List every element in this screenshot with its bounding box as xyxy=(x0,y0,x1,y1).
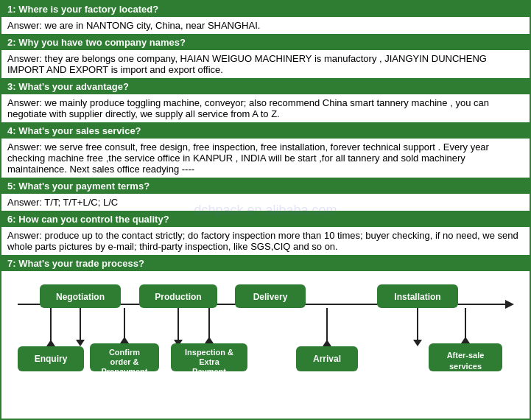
svg-text:order &: order & xyxy=(110,357,138,366)
process-svg: Negotiation Production Delivery Installa… xyxy=(10,279,522,374)
svg-marker-40 xyxy=(461,337,470,343)
question-6-header: 6: How can you control the quality? xyxy=(1,211,530,227)
answer-2-body: Answer: they are belongs one company, HA… xyxy=(1,50,530,79)
section-q2: 2: Why you have two company names? Answe… xyxy=(1,35,530,79)
svg-text:Inspection &: Inspection & xyxy=(185,348,233,357)
question-5-header: 5: What's your payment terms? xyxy=(1,178,530,194)
svg-text:Arrival: Arrival xyxy=(313,354,341,364)
svg-marker-15 xyxy=(413,340,422,346)
answer-4-body: Answer: we serve free consult, free desi… xyxy=(1,139,530,178)
section-q7: 7: What's your trade process? Negotiatio… xyxy=(1,256,530,387)
svg-text:Negotiation: Negotiation xyxy=(56,292,105,302)
svg-marker-19 xyxy=(46,340,55,346)
svg-marker-35 xyxy=(323,340,331,346)
svg-text:Delivery: Delivery xyxy=(253,292,288,302)
question-1-header: 1: Where is your factory located? xyxy=(1,1,530,17)
question-3-header: 3: What's your advantage? xyxy=(1,79,530,94)
svg-text:Payment: Payment xyxy=(192,367,226,374)
svg-marker-1 xyxy=(505,300,514,309)
svg-text:Confirm: Confirm xyxy=(109,348,140,357)
svg-marker-11 xyxy=(76,340,85,346)
question-7-header: 7: What's your trade process? xyxy=(1,256,530,271)
svg-text:After-sale: After-sale xyxy=(447,351,485,360)
section-q5: 5: What's your payment terms? Answer: T/… xyxy=(1,178,530,211)
svg-text:Production: Production xyxy=(155,292,201,302)
answer-1-body: Answer: we are in NANTONG city, China, n… xyxy=(1,17,530,35)
section-q3: 3: What's your advantage? Answer: we mai… xyxy=(1,79,530,123)
svg-text:services: services xyxy=(449,362,482,371)
answer-5-body: Answer: T/T; T/T+L/C; L/C xyxy=(1,194,530,211)
svg-marker-25 xyxy=(120,337,129,343)
svg-text:Extra: Extra xyxy=(199,357,219,366)
answer-6-body: Answer: produce up to the contact strict… xyxy=(1,227,530,256)
trade-process-diagram: Negotiation Production Delivery Installa… xyxy=(1,271,530,387)
section-q4: 4: What's your sales service? Answer: we… xyxy=(1,123,530,178)
svg-text:Enquiry: Enquiry xyxy=(35,354,68,364)
section-q1: 1: Where is your factory located? Answer… xyxy=(1,1,530,35)
svg-text:Installation: Installation xyxy=(394,292,440,302)
answer-3-body: Answer: we mainly produce toggling machi… xyxy=(1,94,530,123)
section-q6: 6: How can you control the quality? Answ… xyxy=(1,211,530,256)
svg-text:Prepayment: Prepayment xyxy=(102,367,148,374)
svg-marker-31 xyxy=(205,337,214,343)
question-4-header: 4: What's your sales service? xyxy=(1,123,530,139)
question-2-header: 2: Why you have two company names? xyxy=(1,35,530,50)
